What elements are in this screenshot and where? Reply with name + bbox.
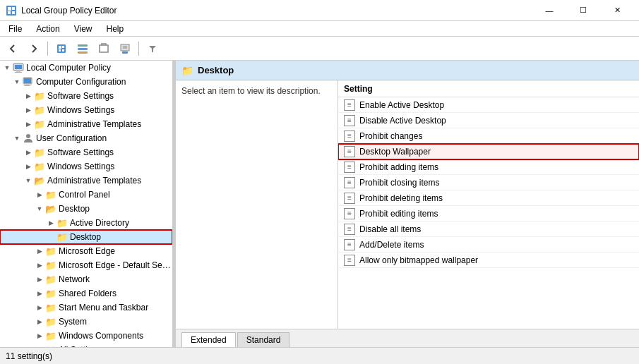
menu-help[interactable]: Help	[101, 23, 130, 35]
setting-disable-all[interactable]: ≡ Disable all items	[338, 222, 639, 237]
label-network: Network	[59, 274, 90, 284]
setting-label-prohibit-editing: Prohibit editing items	[359, 209, 438, 219]
settings-header: Setting	[338, 80, 639, 97]
label-microsoft-edge-default: Microsoft Edge - Default Setti...	[59, 260, 172, 270]
tree-item-software-settings-1[interactable]: ▶ 📁 Software Settings	[0, 89, 172, 103]
setting-prohibit-closing[interactable]: ≡ Prohibit closing items	[338, 175, 639, 190]
tree-item-computer-configuration[interactable]: ▼ Computer Configuration	[0, 75, 172, 89]
folder-icon-at1: 📁	[34, 119, 45, 130]
tree-item-local-computer-policy[interactable]: ▼ Local Computer Policy	[0, 61, 172, 75]
toolbar-btn-4[interactable]	[115, 40, 135, 58]
expand-icon-ss1: ▶	[23, 90, 34, 102]
setting-label-prohibit-closing: Prohibit closing items	[359, 178, 439, 188]
svg-rect-25	[24, 85, 30, 86]
svg-rect-8	[59, 49, 61, 51]
tree-item-windows-components[interactable]: ▶ 📁 Windows Components	[0, 329, 172, 343]
tree-item-desktop-selected[interactable]: 📁 Desktop	[0, 230, 172, 244]
folder-icon-med: 📁	[45, 260, 56, 271]
menu-view[interactable]: View	[68, 23, 98, 35]
expand-icon-me: ▶	[34, 245, 45, 257]
setting-enable-active-desktop[interactable]: ≡ Enable Active Desktop	[338, 97, 639, 113]
expand-icon-sys: ▶	[34, 316, 45, 327]
toolbar-btn-1[interactable]	[52, 40, 71, 58]
maximize-button[interactable]: ☐	[567, 0, 599, 21]
close-button[interactable]: ✕	[601, 0, 633, 21]
setting-add-delete[interactable]: ≡ Add/Delete items	[338, 237, 639, 253]
label-microsoft-edge: Microsoft Edge	[59, 246, 115, 256]
menu-file[interactable]: File	[3, 23, 28, 35]
tree-item-desktop-parent[interactable]: ▼ 📂 Desktop	[0, 202, 172, 216]
svg-rect-6	[59, 46, 61, 49]
setting-disable-active-desktop[interactable]: ≡ Disable Active Desktop	[338, 113, 639, 128]
minimize-button[interactable]: —	[533, 0, 566, 21]
window-title: Local Group Policy Editor	[21, 6, 117, 16]
tree-item-shared-folders[interactable]: ▶ 📁 Shared Folders	[0, 286, 172, 301]
setting-icon-9: ≡	[344, 224, 355, 235]
right-header-title: Desktop	[198, 65, 234, 75]
tree-item-user-configuration[interactable]: ▼ User Configuration	[0, 131, 172, 145]
toolbar-forward[interactable]	[24, 40, 44, 58]
setting-prohibit-adding[interactable]: ≡ Prohibit adding items	[338, 159, 639, 175]
tree-item-network[interactable]: ▶ 📁 Network	[0, 272, 172, 286]
window-controls: — ☐ ✕	[533, 0, 633, 21]
main-area: ▼ Local Computer Policy ▼	[0, 61, 639, 347]
tree-item-control-panel[interactable]: ▶ 📁 Control Panel	[0, 188, 172, 202]
tree-panel: ▼ Local Computer Policy ▼	[0, 61, 173, 347]
expand-icon-uc: ▼	[11, 133, 23, 144]
description-panel: Select an item to view its description.	[176, 80, 338, 329]
tree-item-active-directory[interactable]: ▶ 📁 Active Directory	[0, 216, 172, 230]
toolbar-separator-1	[47, 42, 48, 56]
toolbar-back[interactable]	[3, 40, 23, 58]
tree-item-system[interactable]: ▶ 📁 System	[0, 315, 172, 329]
toolbar-btn-3[interactable]	[94, 40, 114, 58]
menu-action[interactable]: Action	[30, 23, 65, 35]
menu-bar: File Action View Help	[0, 21, 639, 37]
expand-icon-med: ▶	[34, 260, 45, 271]
label-windows-components: Windows Components	[59, 331, 143, 341]
label-computer-config: Computer Configuration	[36, 77, 126, 87]
tree-item-admin-templates-2[interactable]: ▼ 📂 Administrative Templates	[0, 174, 172, 188]
setting-icon-6: ≡	[344, 177, 355, 188]
tab-extended[interactable]: Extended	[181, 332, 236, 347]
folder-open-icon-at2: 📂	[34, 175, 45, 186]
folder-icon-wc: 📁	[45, 330, 56, 341]
tabs-bar: Extended Standard	[176, 329, 639, 347]
svg-rect-4	[12, 11, 15, 14]
status-bar: 11 setting(s)	[0, 347, 639, 364]
tree-item-software-settings-2[interactable]: ▶ 📁 Software Settings	[0, 145, 172, 159]
svg-rect-10	[78, 44, 88, 47]
tree-item-microsoft-edge[interactable]: ▶ 📁 Microsoft Edge	[0, 244, 172, 258]
svg-rect-3	[8, 11, 11, 14]
label-control-panel: Control Panel	[59, 190, 110, 200]
svg-rect-1	[8, 7, 11, 11]
folder-icon-sys: 📁	[45, 316, 56, 327]
toolbar-btn-2[interactable]	[73, 40, 92, 58]
app-icon	[6, 5, 17, 16]
label-start-menu: Start Menu and Taskbar	[59, 303, 148, 313]
label-local-computer-policy: Local Computer Policy	[26, 63, 111, 73]
tree-item-windows-settings-2[interactable]: ▶ 📁 Windows Settings	[0, 159, 172, 174]
tab-standard[interactable]: Standard	[237, 332, 290, 347]
tree-item-windows-settings-1[interactable]: ▶ 📁 Windows Settings	[0, 103, 172, 117]
svg-point-26	[26, 134, 30, 138]
setting-label-prohibit-adding: Prohibit adding items	[359, 162, 438, 172]
folder-icon-ad: 📁	[56, 217, 68, 229]
tree-item-start-menu[interactable]: ▶ 📁 Start Menu and Taskbar	[0, 301, 172, 315]
right-header-folder-icon: 📁	[181, 65, 193, 76]
setting-desktop-wallpaper[interactable]: ≡ Desktop Wallpaper	[338, 144, 639, 159]
tree-item-microsoft-edge-default[interactable]: ▶ 📁 Microsoft Edge - Default Setti...	[0, 258, 172, 272]
right-content: Select an item to view its description. …	[176, 80, 639, 329]
svg-rect-13	[100, 45, 108, 52]
tree-item-admin-templates-1[interactable]: ▶ 📁 Administrative Templates	[0, 117, 172, 131]
setting-prohibit-editing[interactable]: ≡ Prohibit editing items	[338, 206, 639, 222]
toolbar-filter[interactable]	[143, 40, 162, 58]
expand-icon-ws1: ▶	[23, 104, 34, 116]
setting-prohibit-changes[interactable]: ≡ Prohibit changes	[338, 128, 639, 144]
expand-icon-sm: ▶	[34, 302, 45, 313]
folder-icon-ws2: 📁	[34, 161, 45, 172]
expand-icon-sf: ▶	[34, 288, 45, 299]
setting-prohibit-deleting[interactable]: ≡ Prohibit deleting items	[338, 190, 639, 206]
setting-label-prohibit-changes: Prohibit changes	[359, 131, 422, 141]
setting-allow-bitmapped[interactable]: ≡ Allow only bitmapped wallpaper	[338, 253, 639, 268]
right-panel: 📁 Desktop Select an item to view its des…	[176, 61, 639, 347]
